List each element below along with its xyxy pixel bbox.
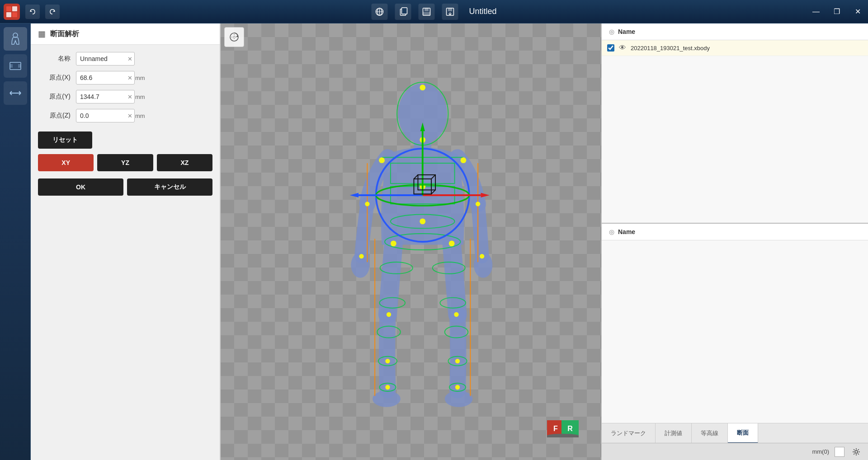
origin-z-unit: mm	[135, 113, 145, 119]
ok-button[interactable]: OK	[38, 178, 123, 196]
origin-x-unit: mm	[135, 75, 145, 81]
origin-x-clear-icon[interactable]: ✕	[127, 75, 132, 81]
origin-y-clear-icon[interactable]: ✕	[127, 94, 132, 100]
svg-point-87	[855, 451, 858, 453]
xy-button[interactable]: XY	[38, 154, 94, 171]
svg-rect-12	[423, 12, 429, 15]
panel-header-icon: ▦	[38, 29, 46, 39]
titlebar-copy-button[interactable]	[395, 4, 411, 20]
name-clear-icon[interactable]: ✕	[127, 56, 132, 62]
origin-y-wrap: ✕ mm	[76, 90, 212, 103]
app-title: Untitled	[469, 7, 496, 16]
right-bottom-header: ◎ Name	[602, 224, 868, 240]
svg-point-69	[454, 312, 458, 317]
main-layout: ▦ 断面解析 名称 ✕ 原点(X) ✕ mm	[0, 23, 868, 460]
titlebar: Untitled — ❐ ✕	[0, 0, 868, 23]
origin-x-input[interactable]	[76, 71, 135, 84]
origin-z-input[interactable]	[76, 109, 135, 122]
titlebar-window-controls: — ❐ ✕	[806, 0, 868, 23]
name-label: 名称	[38, 55, 71, 63]
svg-point-67	[480, 254, 484, 258]
list-item-checkbox[interactable]	[607, 44, 614, 52]
orientation-cube: F R	[547, 415, 579, 437]
origin-z-clear-icon[interactable]: ✕	[127, 113, 132, 119]
titlebar-save-button[interactable]	[418, 4, 434, 20]
svg-rect-2	[6, 12, 11, 17]
origin-x-label: 原点(X)	[38, 74, 71, 82]
sidebar-item-cross[interactable]	[4, 81, 27, 105]
viewport-toolbar	[224, 27, 244, 47]
svg-rect-1	[12, 6, 17, 11]
origin-x-wrap: ✕ mm	[76, 71, 212, 84]
name-input[interactable]	[76, 52, 135, 66]
tab-cross-section[interactable]: 断面	[728, 423, 758, 443]
tab-contour[interactable]: 等高線	[692, 423, 728, 443]
origin-y-input[interactable]	[76, 90, 135, 103]
titlebar-export-button[interactable]	[442, 4, 458, 20]
svg-point-62	[391, 240, 396, 246]
viewport-rotate-button[interactable]	[224, 27, 244, 47]
close-button[interactable]: ✕	[847, 0, 868, 23]
origin-x-row: 原点(X) ✕ mm	[38, 71, 212, 84]
svg-rect-3	[12, 12, 17, 17]
svg-point-64	[365, 202, 369, 206]
svg-point-72	[385, 385, 390, 390]
svg-rect-16	[10, 62, 21, 70]
svg-point-61	[420, 218, 425, 224]
origin-y-row: 原点(Y) ✕ mm	[38, 90, 212, 103]
right-bottom-section: ◎ Name	[602, 224, 868, 423]
panel-form: 名称 ✕ 原点(X) ✕ mm 原点(Y) ✕	[31, 45, 220, 130]
svg-rect-0	[6, 6, 11, 11]
svg-marker-27	[236, 35, 238, 37]
svg-point-73	[455, 385, 460, 390]
right-top-header-icon: ◎	[609, 28, 614, 35]
plane-buttons-row: XY YZ XZ	[31, 150, 220, 175]
origin-z-wrap: ✕ mm	[76, 109, 212, 122]
reset-button[interactable]: リセット	[38, 131, 92, 149]
origin-y-unit: mm	[135, 94, 145, 100]
left-sidebar	[0, 23, 31, 460]
right-bottom-header-icon: ◎	[609, 228, 614, 235]
svg-point-65	[476, 202, 480, 206]
name-row: 名称 ✕	[38, 52, 212, 66]
sidebar-item-body[interactable]	[4, 27, 27, 51]
list-item-text: 20220118_193021_test.xbody	[631, 45, 710, 52]
app-logo	[4, 4, 20, 20]
visibility-icon[interactable]: 👁	[619, 44, 626, 52]
svg-point-56	[420, 84, 425, 90]
svg-marker-79	[350, 193, 359, 197]
tab-landmark[interactable]: ランドマーク	[602, 423, 656, 443]
svg-point-70	[385, 359, 390, 363]
svg-point-34	[373, 391, 401, 407]
svg-point-71	[455, 359, 460, 363]
xz-button[interactable]: XZ	[157, 154, 212, 171]
tabs-bar: ランドマーク 計測値 等高線 断面	[602, 423, 868, 443]
svg-marker-77	[481, 193, 490, 197]
list-item[interactable]: 👁 20220118_193021_test.xbody	[602, 40, 868, 56]
svg-rect-14	[448, 8, 452, 11]
right-panel: ◎ Name 👁 20220118_193021_test.xbody ◎ Na…	[601, 23, 868, 460]
settings-icon-btn[interactable]	[850, 446, 863, 458]
yz-button[interactable]: YZ	[97, 154, 153, 171]
3d-figure	[221, 23, 601, 460]
svg-point-63	[449, 240, 455, 246]
right-top-section: ◎ Name 👁 20220118_193021_test.xbody	[602, 23, 868, 224]
svg-point-66	[359, 254, 363, 258]
titlebar-view-button[interactable]	[371, 4, 387, 20]
minimize-button[interactable]: —	[806, 0, 826, 23]
name-input-wrap: ✕	[76, 52, 212, 66]
right-bottom-content	[602, 240, 868, 423]
svg-point-35	[445, 391, 473, 407]
sidebar-item-measure[interactable]	[4, 54, 27, 78]
undo-button[interactable]	[25, 5, 40, 19]
origin-z-row: 原点(Z) ✕ mm	[38, 109, 212, 122]
right-top-header: ◎ Name	[602, 23, 868, 40]
cancel-button[interactable]: キャンセル	[127, 178, 212, 196]
maximize-button[interactable]: ❐	[826, 0, 847, 23]
statusbar: mm(0)	[602, 443, 868, 460]
color-swatch[interactable]	[835, 447, 844, 457]
redo-button[interactable]	[45, 5, 60, 19]
tab-measurement[interactable]: 計測値	[656, 423, 692, 443]
panel-header: ▦ 断面解析	[31, 23, 220, 45]
3d-viewport[interactable]: F R	[221, 23, 601, 460]
